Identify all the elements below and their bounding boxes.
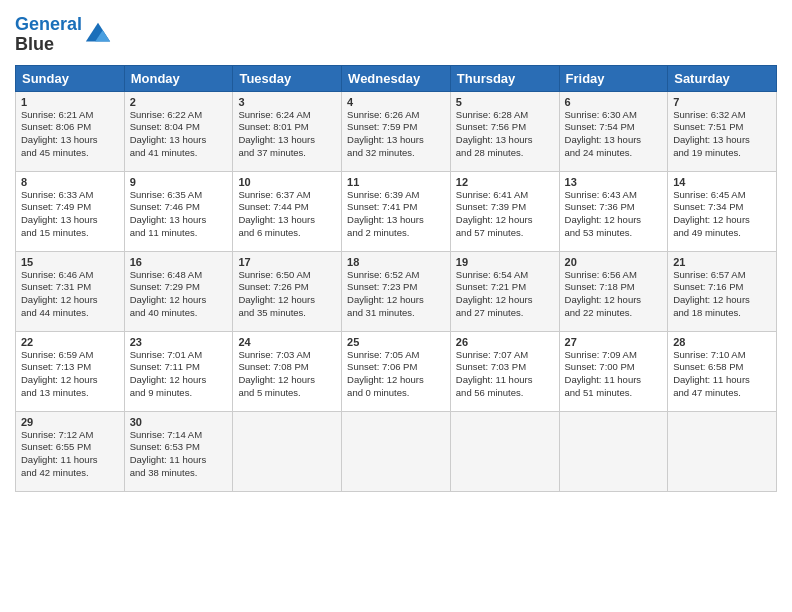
- weekday-header-thursday: Thursday: [450, 65, 559, 91]
- calendar-cell: 28Sunrise: 7:10 AMSunset: 6:58 PMDayligh…: [668, 331, 777, 411]
- calendar-cell: 20Sunrise: 6:56 AMSunset: 7:18 PMDayligh…: [559, 251, 668, 331]
- cell-line: Sunrise: 6:28 AM: [456, 109, 554, 122]
- cell-line: Daylight: 13 hours: [238, 214, 336, 227]
- calendar-body: 1Sunrise: 6:21 AMSunset: 8:06 PMDaylight…: [16, 91, 777, 491]
- day-number: 29: [21, 416, 119, 428]
- cell-line: Sunrise: 7:09 AM: [565, 349, 663, 362]
- day-number: 28: [673, 336, 771, 348]
- day-number: 6: [565, 96, 663, 108]
- cell-line: Sunrise: 7:07 AM: [456, 349, 554, 362]
- cell-content: Sunrise: 7:03 AMSunset: 7:08 PMDaylight:…: [238, 349, 336, 400]
- weekday-header-saturday: Saturday: [668, 65, 777, 91]
- day-number: 8: [21, 176, 119, 188]
- calendar-row-0: 1Sunrise: 6:21 AMSunset: 8:06 PMDaylight…: [16, 91, 777, 171]
- cell-line: Daylight: 12 hours: [456, 214, 554, 227]
- cell-line: Daylight: 13 hours: [673, 134, 771, 147]
- weekday-header-tuesday: Tuesday: [233, 65, 342, 91]
- cell-line: Daylight: 13 hours: [238, 134, 336, 147]
- cell-line: Sunrise: 7:01 AM: [130, 349, 228, 362]
- day-number: 17: [238, 256, 336, 268]
- cell-line: and 22 minutes.: [565, 307, 663, 320]
- cell-line: Sunrise: 6:46 AM: [21, 269, 119, 282]
- cell-content: Sunrise: 6:39 AMSunset: 7:41 PMDaylight:…: [347, 189, 445, 240]
- cell-line: Sunset: 7:59 PM: [347, 121, 445, 134]
- page-header: GeneralBlue: [15, 15, 777, 55]
- cell-line: Sunset: 6:58 PM: [673, 361, 771, 374]
- day-number: 4: [347, 96, 445, 108]
- cell-line: Sunset: 7:56 PM: [456, 121, 554, 134]
- cell-line: Sunset: 7:31 PM: [21, 281, 119, 294]
- cell-line: and 15 minutes.: [21, 227, 119, 240]
- calendar-cell: [450, 411, 559, 491]
- cell-line: Daylight: 13 hours: [347, 214, 445, 227]
- calendar-cell: 5Sunrise: 6:28 AMSunset: 7:56 PMDaylight…: [450, 91, 559, 171]
- calendar-cell: [233, 411, 342, 491]
- day-number: 26: [456, 336, 554, 348]
- cell-line: Sunset: 7:16 PM: [673, 281, 771, 294]
- day-number: 14: [673, 176, 771, 188]
- cell-content: Sunrise: 6:54 AMSunset: 7:21 PMDaylight:…: [456, 269, 554, 320]
- cell-line: and 18 minutes.: [673, 307, 771, 320]
- calendar-cell: 22Sunrise: 6:59 AMSunset: 7:13 PMDayligh…: [16, 331, 125, 411]
- cell-content: Sunrise: 6:41 AMSunset: 7:39 PMDaylight:…: [456, 189, 554, 240]
- cell-line: Daylight: 13 hours: [565, 134, 663, 147]
- cell-content: Sunrise: 6:48 AMSunset: 7:29 PMDaylight:…: [130, 269, 228, 320]
- calendar-cell: 21Sunrise: 6:57 AMSunset: 7:16 PMDayligh…: [668, 251, 777, 331]
- day-number: 21: [673, 256, 771, 268]
- cell-content: Sunrise: 7:05 AMSunset: 7:06 PMDaylight:…: [347, 349, 445, 400]
- cell-line: and 31 minutes.: [347, 307, 445, 320]
- cell-content: Sunrise: 6:37 AMSunset: 7:44 PMDaylight:…: [238, 189, 336, 240]
- cell-line: and 51 minutes.: [565, 387, 663, 400]
- cell-line: Daylight: 12 hours: [130, 294, 228, 307]
- day-number: 23: [130, 336, 228, 348]
- cell-line: Sunrise: 6:26 AM: [347, 109, 445, 122]
- cell-line: Daylight: 12 hours: [21, 294, 119, 307]
- cell-line: Sunset: 7:18 PM: [565, 281, 663, 294]
- day-number: 24: [238, 336, 336, 348]
- cell-line: Daylight: 12 hours: [347, 294, 445, 307]
- day-number: 7: [673, 96, 771, 108]
- cell-line: Daylight: 13 hours: [130, 214, 228, 227]
- cell-line: Daylight: 11 hours: [130, 454, 228, 467]
- cell-line: and 19 minutes.: [673, 147, 771, 160]
- cell-content: Sunrise: 6:22 AMSunset: 8:04 PMDaylight:…: [130, 109, 228, 160]
- cell-line: and 44 minutes.: [21, 307, 119, 320]
- calendar-cell: 25Sunrise: 7:05 AMSunset: 7:06 PMDayligh…: [342, 331, 451, 411]
- cell-line: Sunrise: 6:21 AM: [21, 109, 119, 122]
- calendar-row-4: 29Sunrise: 7:12 AMSunset: 6:55 PMDayligh…: [16, 411, 777, 491]
- cell-content: Sunrise: 6:24 AMSunset: 8:01 PMDaylight:…: [238, 109, 336, 160]
- cell-line: and 53 minutes.: [565, 227, 663, 240]
- cell-line: Sunset: 8:04 PM: [130, 121, 228, 134]
- day-number: 3: [238, 96, 336, 108]
- cell-line: Sunset: 7:51 PM: [673, 121, 771, 134]
- day-number: 19: [456, 256, 554, 268]
- day-number: 10: [238, 176, 336, 188]
- cell-content: Sunrise: 6:45 AMSunset: 7:34 PMDaylight:…: [673, 189, 771, 240]
- cell-line: and 45 minutes.: [21, 147, 119, 160]
- calendar-cell: 11Sunrise: 6:39 AMSunset: 7:41 PMDayligh…: [342, 171, 451, 251]
- cell-line: Sunset: 7:54 PM: [565, 121, 663, 134]
- cell-line: and 28 minutes.: [456, 147, 554, 160]
- cell-content: Sunrise: 6:46 AMSunset: 7:31 PMDaylight:…: [21, 269, 119, 320]
- cell-line: Sunset: 7:03 PM: [456, 361, 554, 374]
- cell-line: Sunrise: 6:30 AM: [565, 109, 663, 122]
- cell-line: Daylight: 12 hours: [347, 374, 445, 387]
- cell-line: Sunrise: 6:48 AM: [130, 269, 228, 282]
- cell-line: Sunrise: 6:37 AM: [238, 189, 336, 202]
- cell-line: Sunrise: 6:43 AM: [565, 189, 663, 202]
- cell-content: Sunrise: 6:52 AMSunset: 7:23 PMDaylight:…: [347, 269, 445, 320]
- day-number: 12: [456, 176, 554, 188]
- cell-line: Sunset: 6:55 PM: [21, 441, 119, 454]
- cell-line: Daylight: 12 hours: [456, 294, 554, 307]
- cell-line: Sunset: 7:34 PM: [673, 201, 771, 214]
- cell-line: Daylight: 12 hours: [21, 374, 119, 387]
- cell-line: and 37 minutes.: [238, 147, 336, 160]
- cell-line: and 32 minutes.: [347, 147, 445, 160]
- cell-line: Sunrise: 6:50 AM: [238, 269, 336, 282]
- calendar-cell: [668, 411, 777, 491]
- cell-content: Sunrise: 7:09 AMSunset: 7:00 PMDaylight:…: [565, 349, 663, 400]
- cell-line: Sunset: 7:00 PM: [565, 361, 663, 374]
- calendar-cell: 10Sunrise: 6:37 AMSunset: 7:44 PMDayligh…: [233, 171, 342, 251]
- cell-line: Sunrise: 6:33 AM: [21, 189, 119, 202]
- cell-line: Daylight: 13 hours: [21, 134, 119, 147]
